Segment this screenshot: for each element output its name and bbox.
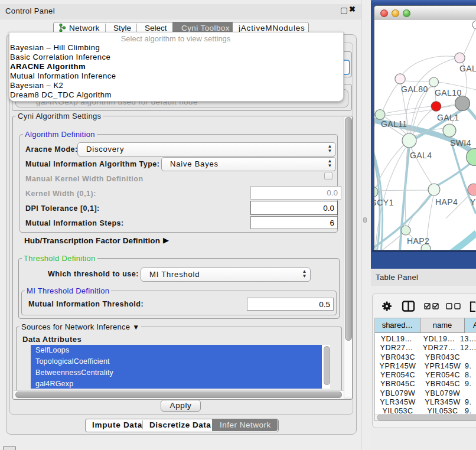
svg-text:GAL10: GAL10 <box>435 88 462 97</box>
svg-text:GAL80: GAL80 <box>401 84 428 94</box>
svg-text:GAL11: GAL11 <box>381 119 407 129</box>
svg-text:SWI4: SWI4 <box>450 138 471 148</box>
svg-text:HAP4: HAP4 <box>435 197 458 207</box>
svg-text:HAP2: HAP2 <box>407 236 429 246</box>
svg-text:GAL1: GAL1 <box>437 113 459 122</box>
svg-text:GAL4: GAL4 <box>410 151 432 160</box>
svg-text:GCY1: GCY1 <box>374 198 394 207</box>
svg-text:YM: YM <box>470 197 476 207</box>
svg-text:GAL7: GAL7 <box>459 64 476 73</box>
